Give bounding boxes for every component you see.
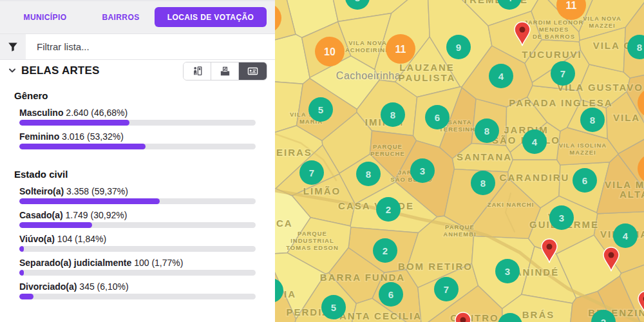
stat-item: Solteiro(a) 3.358 (59,37%) [19, 187, 275, 204]
cluster-marker-orange[interactable]: 10 [315, 37, 345, 66]
cluster-count: 11 [566, 0, 577, 11]
panel-title: BELAS ARTES [21, 64, 100, 77]
stat-label: Divorciado(a) 345 (6,10%) [19, 282, 275, 292]
cluster-count: 7 [560, 68, 565, 79]
tab-bairros[interactable]: BAIRROS [90, 13, 151, 22]
section-title: Gênero [14, 90, 275, 102]
view-toggle-group [183, 62, 267, 80]
stat-bar-fill [19, 198, 160, 204]
filter-row [0, 34, 275, 60]
cluster-count: 8 [637, 42, 642, 53]
tabs-bar: MUNICÍPIO BAIRROS LOCAIS DE VOTAÇÃO [0, 0, 275, 34]
filter-icon [0, 34, 26, 59]
cluster-marker-green[interactable]: 8 [580, 108, 605, 132]
cluster-marker-green[interactable]: 6 [379, 282, 403, 307]
cluster-count: 8 [484, 126, 489, 137]
stat-bar-track [19, 246, 256, 252]
cluster-marker-green[interactable]: 8 [356, 162, 381, 186]
cluster-count: 4 [623, 231, 629, 242]
cluster-marker-green[interactable]: 6 [573, 168, 597, 193]
cluster-count: 3 [559, 213, 564, 223]
cluster-marker-green[interactable]: 4 [613, 223, 638, 248]
stat-label: Masculino 2.640 (46,68%) [19, 108, 275, 118]
stat-bar-fill [19, 270, 24, 276]
stat-bar-fill [19, 246, 24, 252]
section: Estado civilSolteiro(a) 3.358 (59,37%)Ca… [14, 169, 275, 299]
view-people-button[interactable] [184, 62, 211, 80]
cluster-marker-green[interactable]: 9 [446, 35, 471, 59]
app: MUNICÍPIO BAIRROS LOCAIS DE VOTAÇÃO BELA… [0, 0, 644, 322]
map[interactable]: VILA NOVACACHOEIRINHAJARDIM LEONORMENDES… [275, 0, 644, 322]
map-label: PARQUE [298, 230, 327, 237]
map-label: TUCURUVI [522, 49, 582, 60]
chevron-down-icon[interactable] [8, 67, 16, 75]
stat-bar-track [19, 270, 256, 276]
map-label: BARRA FUNDA [320, 272, 405, 283]
map-label: BOM RETIRO [398, 261, 473, 272]
stat-label: Separado(a) judicialmente 100 (1,77%) [19, 258, 275, 268]
map-label: VILA GUSTAVO [557, 82, 643, 93]
map-label: VILA NOVA [583, 15, 621, 22]
cluster-count: 3 [420, 166, 425, 176]
filter-input[interactable] [26, 34, 275, 59]
cluster-count: 8 [480, 178, 486, 189]
cluster-marker-green[interactable]: 3 [495, 259, 520, 283]
cluster-count: 8 [390, 109, 395, 120]
stat-bar-track [19, 222, 256, 228]
map-label: Cachoeirinha [336, 70, 401, 81]
cluster-marker-green[interactable]: 4 [489, 64, 513, 88]
map-label: CA [276, 218, 293, 229]
map-label: CASA VERDE [338, 200, 414, 211]
map-label: JARDIM LEONOR [524, 19, 584, 26]
tab-municipio[interactable]: MUNICÍPIO [0, 13, 90, 22]
map-label: LIMÃO [303, 185, 341, 196]
stat-item: Masculino 2.640 (46,68%) [19, 108, 275, 126]
map-label: VILA ISOLINA [559, 142, 607, 149]
stat-bar-track [19, 144, 256, 149]
cluster-count: 8 [366, 169, 371, 180]
cluster-marker-green[interactable]: 4 [522, 129, 547, 154]
map-label: SANTANA [457, 151, 512, 162]
cluster-count: 2 [383, 245, 388, 256]
stat-bar-fill [19, 294, 33, 299]
cluster-marker-green[interactable]: 5 [308, 97, 333, 122]
map-label: ALTA [620, 189, 644, 200]
cluster-count: 6 [435, 112, 440, 123]
map-label: EIRAS [276, 147, 312, 158]
cluster-marker-green[interactable]: 2 [376, 197, 401, 222]
cluster-marker-green[interactable]: 3 [410, 158, 435, 183]
map-label: PAULISTA [399, 72, 456, 83]
cluster-marker-green[interactable]: 8 [471, 171, 495, 195]
panel-header[interactable]: BELAS ARTES [0, 60, 275, 82]
cluster-count: 4 [507, 0, 513, 3]
cluster-marker-green[interactable]: 8 [475, 118, 499, 143]
cluster-count: 11 [395, 44, 406, 55]
map-label: PARQUE [373, 143, 402, 150]
map-label: PERUCHE [370, 150, 404, 157]
cluster-marker-orange[interactable]: 11 [386, 34, 415, 64]
map-label: INDUSTRIAL [290, 237, 334, 244]
cluster-marker-green[interactable]: 5 [321, 295, 346, 319]
cluster-marker-green[interactable]: 6 [425, 105, 450, 129]
cluster-marker-green[interactable]: 3 [549, 205, 574, 230]
cluster-marker-green[interactable]: 7 [299, 160, 324, 185]
sidebar: MUNICÍPIO BAIRROS LOCAIS DE VOTAÇÃO BELA… [0, 0, 275, 322]
cluster-marker-green[interactable]: 7 [434, 277, 459, 301]
cluster-count: 6 [388, 289, 393, 300]
cluster-marker-green[interactable]: 7 [551, 61, 575, 86]
stat-item: Feminino 3.016 (53,32%) [19, 132, 275, 149]
cluster-count: 5 [318, 104, 323, 115]
stat-item: Divorciado(a) 345 (6,10%) [19, 282, 275, 299]
view-card-button[interactable] [239, 62, 267, 80]
cluster-count: 8 [355, 0, 360, 3]
cluster-count: 4 [532, 137, 538, 147]
cluster-marker-green[interactable]: 8 [381, 102, 405, 127]
tab-locais-de-votacao[interactable]: LOCAIS DE VOTAÇÃO [155, 7, 267, 27]
stat-bar-fill [19, 120, 129, 126]
stat-bar-track [19, 294, 256, 299]
cluster-marker-green[interactable]: 2 [373, 238, 397, 263]
map-label: SANTA CECILIA [332, 310, 422, 321]
map-label: TOMAS EDSON [286, 244, 339, 251]
cluster-count: 2 [386, 204, 391, 215]
view-ballot-button[interactable] [211, 62, 239, 80]
